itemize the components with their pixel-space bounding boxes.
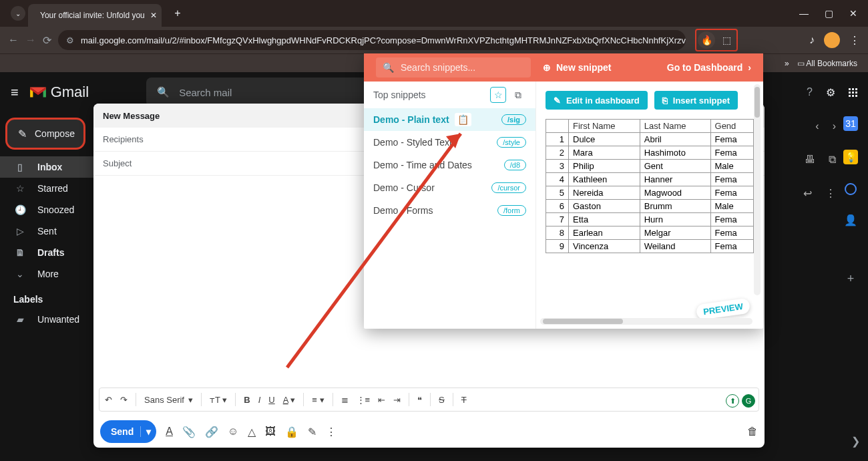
forward-button[interactable]: → [25,34,36,46]
open-new-icon[interactable]: ⧉ [829,154,836,166]
undo-icon[interactable]: ↶ [105,395,112,405]
attach-file-icon[interactable]: 📎 [182,426,196,438]
snippet-shortcut-tag: /form [497,205,526,216]
discard-draft-icon[interactable]: 🗑 [747,426,758,438]
chrome-menu-icon[interactable]: ⋮ [849,34,860,47]
snippet-item[interactable]: Demo - Forms/form [364,199,535,222]
align-icon[interactable]: ≡ ▾ [312,395,324,405]
send-options-icon[interactable]: ▾ [140,426,151,437]
window-controls: — ▢ ✕ [799,8,863,19]
go-to-dashboard-button[interactable]: Go to Dashboard › [667,62,751,73]
main-menu-icon[interactable]: ≡ [11,85,19,100]
bold-icon[interactable]: B [244,395,250,405]
insert-drive-icon[interactable]: △ [248,426,256,438]
search-icon: 🔍 [157,86,170,98]
formatting-toolbar: ↶ ↷ Sans Serif ▾ ᴛT ▾ B I U A ▾ ≡ ▾ ≣ ⋮≡… [99,388,759,412]
bulleted-list-icon[interactable]: ⋮≡ [357,395,371,405]
gmail-search-input[interactable]: 🔍 Search mail [146,78,387,107]
addon-badge-1[interactable]: ⬆ [726,394,739,408]
gmail-logo[interactable]: Gmail [29,84,89,101]
next-message-icon[interactable]: › [833,120,836,132]
redo-icon[interactable]: ↷ [120,395,128,405]
font-selector[interactable]: Sans Serif ▾ [144,395,193,405]
copy-all-icon[interactable]: ⧉ [510,87,526,103]
tasks-addon-icon[interactable] [845,183,857,195]
ext-search-placeholder: Search snippets... [401,62,475,73]
quote-icon[interactable]: ❝ [417,395,422,405]
strikethrough-icon[interactable]: S [439,395,445,405]
more-options-icon[interactable]: ⋮ [326,426,337,438]
profile-avatar[interactable] [824,32,840,48]
ext-horizontal-scrollbar[interactable] [540,318,752,325]
media-control-icon[interactable]: ♪ [809,34,815,46]
signature-icon[interactable]: ✎ [308,426,316,438]
close-window-button[interactable]: ✕ [849,8,857,19]
minimize-button[interactable]: — [799,8,809,19]
prev-message-icon[interactable]: ‹ [815,120,819,132]
bookmarks-overflow-icon[interactable]: » [785,59,789,68]
insert-icon: ⎘ [662,96,668,106]
numbered-list-icon[interactable]: ≣ [341,395,349,405]
insert-link-icon[interactable]: 🔗 [205,426,218,438]
underline-icon[interactable]: U [268,395,274,405]
new-tab-button[interactable]: + [168,4,187,23]
remove-formatting-icon[interactable]: T [461,395,467,405]
label-text: Unwanted [37,314,79,325]
sidebar-icon: 🗎 [13,247,27,258]
table-header: Gend [710,120,753,133]
favorites-filter-icon[interactable]: ☆ [490,87,506,103]
sidebar-icon: ☆ [13,183,27,194]
insert-snippet-button[interactable]: ⎘Insert snippet [654,91,738,110]
collapse-rail-icon[interactable]: ❯ [851,435,860,448]
print-icon[interactable]: 🖶 [805,154,815,166]
snippet-list-header: Top snippets ☆ ⧉ [364,82,535,108]
indent-more-icon[interactable]: ⇥ [393,395,401,405]
snippet-preview-panel: ✎Edit in dashboard ⎘Insert snippet First… [536,82,763,329]
contacts-addon-icon[interactable]: 👤 [844,214,857,226]
text-color-icon[interactable]: A ▾ [283,395,296,405]
all-bookmarks-button[interactable]: ▭ All Bookmarks [797,59,857,68]
maximize-button[interactable]: ▢ [825,8,833,19]
gmail-right-rail: 31 💡 👤 + [839,116,863,286]
ext-vertical-scrollbar[interactable] [754,84,761,295]
insert-photo-icon[interactable]: 🖼 [265,426,276,438]
italic-icon[interactable]: I [258,395,261,405]
edit-in-dashboard-button[interactable]: ✎Edit in dashboard [546,91,648,110]
more-actions-icon[interactable]: ⋮ [825,187,836,200]
formatting-toggle-icon[interactable]: A [166,426,173,438]
font-size-icon[interactable]: ᴛT ▾ [210,395,227,405]
back-button[interactable]: ← [8,34,19,46]
reload-button[interactable]: ⟳ [43,34,51,47]
addon-badge-2[interactable]: G [742,394,755,408]
new-snippet-button[interactable]: ⊕ New snippet [543,62,611,73]
settings-gear-icon[interactable]: ⚙ [826,86,835,99]
copy-snippet-icon[interactable]: 📋 [455,113,471,126]
extensions-menu-icon[interactable]: ⬚ [718,31,735,49]
address-bar[interactable]: ⚙ mail.google.com/mail/u/2/#inbox/FMfcgz… [58,30,686,50]
snippet-item[interactable]: Demo - Plain text📋/sig [364,108,535,131]
tab-close-icon[interactable]: ✕ [150,11,157,20]
extension-icon[interactable]: 🔥 [698,31,715,49]
support-icon[interactable]: ? [807,86,813,98]
site-settings-icon[interactable]: ⚙ [66,35,74,45]
ext-search-input[interactable]: 🔍 Search snippets... [376,57,531,78]
indent-less-icon[interactable]: ⇤ [378,395,385,405]
sidebar-icon: 🕘 [13,204,27,215]
send-button[interactable]: Send▾ [100,420,156,443]
compose-button[interactable]: ✎ Compose [5,118,85,150]
table-header: First Name [569,120,640,133]
search-placeholder: Search mail [179,87,232,98]
mail-action-toolbar: ‹› 🖶⧉ ↩⋮ [803,120,836,200]
snippet-item[interactable]: Demo - Cursor/cursor [364,176,535,199]
snippet-item[interactable]: Demo - Styled Text/style [364,131,535,154]
calendar-addon-icon[interactable]: 31 [843,116,858,131]
google-apps-icon[interactable] [849,88,857,97]
get-addons-icon[interactable]: + [847,272,855,286]
snippet-item[interactable]: Demo - Time and Dates/d8 [364,154,535,176]
insert-emoji-icon[interactable]: ☺ [228,426,238,438]
confidential-mode-icon[interactable]: 🔒 [285,426,298,438]
tab-search-button[interactable]: ⌄ [11,6,25,21]
keep-addon-icon[interactable]: 💡 [843,150,858,164]
browser-tab[interactable]: Your official invite: Unfold you ✕ [28,4,162,27]
reply-icon[interactable]: ↩ [803,187,812,200]
